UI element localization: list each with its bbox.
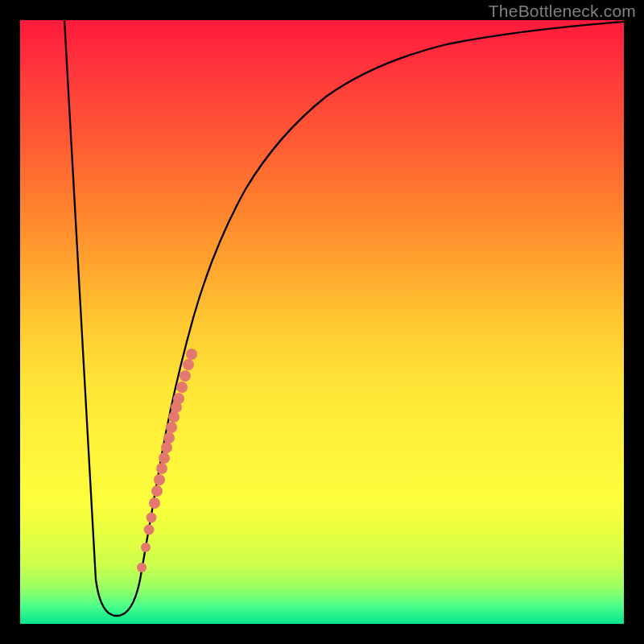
- scatter-dot: [168, 411, 180, 423]
- scatter-dot: [137, 563, 147, 572]
- scatter-dot: [163, 432, 175, 444]
- scatter-dot: [186, 349, 197, 360]
- scatter-dot: [141, 543, 151, 552]
- scatter-dot: [183, 359, 194, 370]
- scatter-dot: [149, 497, 160, 509]
- bottleneck-curve-svg: [20, 20, 624, 624]
- plot-area: [20, 20, 624, 624]
- watermark-label: TheBottleneck.com: [489, 2, 636, 21]
- chart-frame: TheBottleneck.com: [0, 0, 644, 644]
- scatter-dot: [173, 393, 184, 404]
- scatter-dot: [147, 513, 157, 523]
- scatter-dot: [161, 442, 172, 453]
- scatter-dot: [151, 485, 163, 497]
- scatter-dot: [180, 370, 191, 382]
- scatter-dot: [156, 463, 167, 474]
- scatter-dot: [159, 452, 170, 464]
- scatter-dot: [176, 382, 188, 393]
- scatter-group: [137, 349, 197, 572]
- scatter-dot: [154, 474, 165, 485]
- scatter-dot: [144, 525, 155, 535]
- scatter-dot: [166, 422, 177, 433]
